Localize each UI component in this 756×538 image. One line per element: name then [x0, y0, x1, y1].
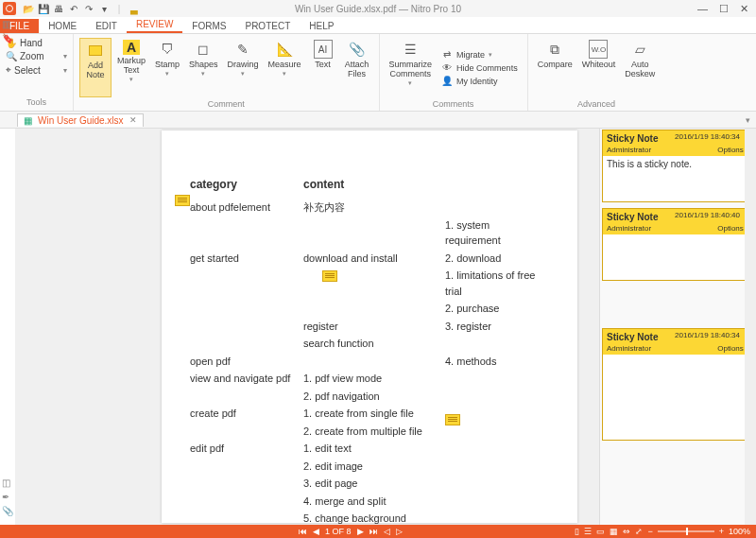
- redo-icon[interactable]: ↷: [83, 3, 94, 14]
- back-view-icon[interactable]: ◁: [384, 527, 390, 536]
- sticky-note[interactable]: Sticky Note 2016/1/19 18:40:40 ✕ Adminis…: [602, 208, 754, 281]
- view-continuous-icon[interactable]: ☰: [584, 527, 592, 536]
- sticky-note-marker[interactable]: [175, 195, 190, 206]
- save-icon[interactable]: 💾: [38, 3, 49, 14]
- close-tab-icon[interactable]: ✕: [129, 115, 137, 125]
- tab-protect[interactable]: PROTECT: [235, 19, 300, 33]
- drawing-button[interactable]: ✎Drawing▾: [224, 38, 263, 97]
- highlight-icon[interactable]: ▃: [129, 3, 140, 14]
- cell-mid: 2. edit image: [303, 458, 445, 476]
- attach-files-button[interactable]: 📎Attach Files: [341, 38, 373, 97]
- sticky-header: Sticky Note 2016/1/19 18:40:40 ✕: [603, 209, 753, 224]
- table-row: 4. merge and split: [190, 493, 549, 511]
- prev-page-icon[interactable]: ◀: [313, 527, 319, 536]
- migrate-icon: ⇄: [441, 49, 453, 61]
- compare-button[interactable]: ⧉Compare: [534, 38, 576, 97]
- tab-review[interactable]: REVIEW: [127, 17, 182, 33]
- cell-mid: [303, 217, 445, 250]
- sticky-date: 2016/1/19 18:40:34: [675, 331, 740, 339]
- first-page-icon[interactable]: ⏮: [299, 527, 307, 536]
- table-row: 5. change background: [190, 510, 549, 525]
- add-note-button[interactable]: Add Note: [79, 38, 112, 97]
- cell-right: 2. download: [445, 250, 549, 268]
- shapes-button[interactable]: ◻Shapes▾: [185, 38, 222, 97]
- tab-forms[interactable]: FORMS: [182, 19, 235, 33]
- text-button[interactable]: AIText: [307, 38, 339, 97]
- table-row: 2. create from multiple file: [190, 423, 549, 441]
- file-icon: ▦: [24, 115, 32, 126]
- minimize-button[interactable]: —: [697, 3, 708, 15]
- fit-width-icon[interactable]: ⇔: [623, 527, 630, 536]
- my-identity-button[interactable]: 👤My Identity: [441, 76, 518, 87]
- open-icon[interactable]: 📂: [23, 3, 34, 14]
- zoom-out-icon[interactable]: −: [647, 527, 652, 536]
- window-controls: — ☐ ✕: [697, 3, 756, 15]
- next-page-icon[interactable]: ▶: [357, 527, 364, 536]
- view-cont-facing-icon[interactable]: ▦: [610, 527, 618, 536]
- chevron-down-icon: ▾: [241, 70, 245, 78]
- table-row: about pdfelement补充内容: [190, 199, 549, 217]
- tab-edit[interactable]: EDIT: [86, 19, 127, 33]
- cell-mid: 4. merge and split: [303, 493, 445, 511]
- forward-view-icon[interactable]: ▷: [396, 527, 403, 536]
- measure-button[interactable]: 📐Measure▾: [265, 38, 305, 97]
- fit-page-icon[interactable]: ⤢: [635, 527, 643, 536]
- sticky-note[interactable]: Sticky Note 2016/1/19 18:40:34 ✕ Adminis…: [602, 130, 754, 202]
- cell-right: [445, 440, 549, 458]
- cell-category: [190, 423, 303, 441]
- note-icon: [86, 41, 105, 60]
- summarize-comments-button[interactable]: ☰Summarize Comments▾: [386, 38, 437, 97]
- layers-panel-icon[interactable]: ◫: [2, 477, 13, 489]
- cell-right: 2. purchase: [445, 300, 549, 318]
- last-page-icon[interactable]: ⏭: [369, 527, 378, 536]
- tab-home[interactable]: HOME: [39, 19, 86, 33]
- zoom-in-icon[interactable]: +: [719, 527, 724, 536]
- sticky-body[interactable]: This is a sticky note.: [603, 156, 753, 201]
- print-icon[interactable]: 🖶: [53, 3, 64, 14]
- header-category: category: [190, 178, 303, 199]
- tab-overflow-icon[interactable]: ▾: [746, 115, 750, 125]
- cell-category: [190, 510, 303, 525]
- hide-comments-button[interactable]: 👁Hide Comments: [441, 62, 518, 74]
- document-tab[interactable]: ▦ Win User Guide.xlsx ✕: [17, 113, 144, 127]
- view-single-icon[interactable]: ▯: [575, 527, 579, 536]
- cell-right: [445, 493, 549, 511]
- sticky-note-marker[interactable]: [322, 270, 337, 282]
- comments-panel: Sticky Note 2016/1/19 18:40:34 ✕ Adminis…: [599, 129, 756, 525]
- view-facing-icon[interactable]: ▭: [596, 527, 605, 536]
- markup-text-button[interactable]: AMarkup Text▾: [113, 38, 149, 97]
- zoom-tool[interactable]: 🔍Zoom▾: [6, 51, 67, 61]
- hand-tool[interactable]: ✋Hand: [6, 38, 67, 48]
- page-area[interactable]: categorycontent about pdfelement补充内容1. s…: [15, 129, 599, 525]
- table-row: edit pdf1. edit text: [190, 440, 549, 458]
- sticky-body[interactable]: [603, 355, 753, 440]
- title-bar: 📂 💾 🖶 ↶ ↷ ▾ | ▃ Win User Guide.xlsx.pdf …: [0, 0, 756, 17]
- close-button[interactable]: ✕: [740, 3, 748, 15]
- group-label-tools: Tools: [6, 97, 67, 107]
- select-tool[interactable]: ⌖Select▾: [6, 64, 67, 76]
- zoom-thumb[interactable]: [686, 528, 688, 535]
- auto-deskew-button[interactable]: ▱Auto Deskew: [621, 38, 659, 97]
- cell-mid: [303, 353, 445, 371]
- undo-icon[interactable]: ↶: [68, 3, 79, 14]
- attachments-panel-icon[interactable]: 📎: [2, 506, 13, 517]
- attach-icon: 📎: [348, 40, 367, 59]
- signatures-panel-icon[interactable]: ✒: [2, 492, 13, 503]
- comments-scrollbar[interactable]: [745, 129, 756, 525]
- maximize-button[interactable]: ☐: [719, 3, 729, 15]
- zoom-slider[interactable]: [658, 530, 714, 532]
- cell-category: [190, 388, 303, 406]
- stamp-icon: ⛉: [158, 40, 177, 59]
- whiteout-button[interactable]: W.OWhiteout: [578, 38, 620, 97]
- sticky-body[interactable]: [603, 234, 753, 280]
- bookmarks-panel-icon[interactable]: 🔖: [2, 33, 13, 44]
- stamp-button[interactable]: ⛉Stamp▾: [151, 38, 183, 97]
- cell-right: [445, 423, 549, 441]
- pages-panel-icon[interactable]: ▥: [2, 19, 13, 30]
- qat-dropdown-icon[interactable]: ▾: [98, 3, 110, 14]
- tab-help[interactable]: HELP: [300, 19, 343, 33]
- migrate-button[interactable]: ⇄Migrate ▾: [441, 49, 518, 61]
- sticky-note[interactable]: Sticky Note 2016/1/19 18:40:34 ✕ Adminis…: [602, 328, 754, 441]
- sticky-note-marker[interactable]: [445, 414, 460, 425]
- cell-mid: 补充内容: [303, 199, 445, 217]
